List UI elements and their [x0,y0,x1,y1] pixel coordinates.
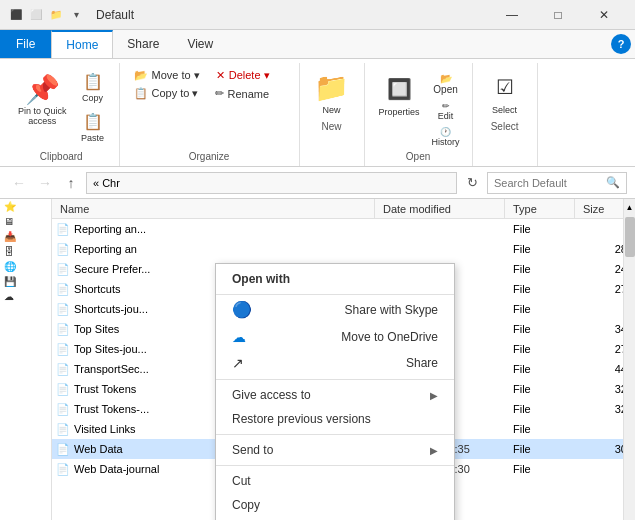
back-button[interactable]: ← [8,172,30,194]
title-bar-icons: ⬛ ⬜ 📁 ▾ [8,7,84,23]
tab-file[interactable]: File [0,30,51,58]
properties-button[interactable]: 🔲 Properties [373,67,426,121]
clipboard-buttons: 📌 Pin to Quickaccess 📋 Copy 📋 Paste [12,65,111,149]
rename-label: Rename [228,88,270,100]
give-access-label: Give access to [232,388,311,402]
select-button[interactable]: ☑ Select [481,65,529,119]
restore-versions-label: Restore previous versions [232,412,371,426]
paste-button[interactable]: 📋 Paste [75,107,111,145]
file-icon: 📄 [56,363,70,375]
onedrive-icon: ☁ [232,329,246,345]
maximize-button[interactable]: □ [535,0,581,30]
ctx-copy[interactable]: Copy [216,493,454,517]
sidebar-item-documents[interactable]: 🗄 [0,244,51,259]
copy-to-label: Copy to ▾ [152,87,199,100]
history-icon: 🕐 [440,127,451,137]
pin-quick-access-button[interactable]: 📌 Pin to Quickaccess [12,67,73,131]
title-icon-folder: 📁 [48,7,64,23]
forward-button[interactable]: → [34,172,56,194]
title-icon-2: ⬜ [28,7,44,23]
select-label: Select [492,105,517,115]
file-icon: 📄 [56,323,70,335]
copy-to-button[interactable]: 📋 Copy to ▾ [128,85,205,102]
ribbon-group-organize: 📂 Move to ▾ ✕ Delete ▾ 📋 Copy to ▾ ✏ Ren… [120,63,300,166]
search-box: 🔍 [487,172,627,194]
file-type: File [505,443,575,455]
ctx-cut[interactable]: Cut [216,469,454,493]
copy-button[interactable]: 📋 Copy [75,67,111,105]
refresh-button[interactable]: ↻ [461,172,483,194]
minimize-button[interactable]: — [489,0,535,30]
file-list-header: Name Date modified Type Size [52,199,635,219]
file-type: File [505,243,575,255]
send-to-label: Send to [232,443,273,457]
main-content: ⭐ 🖥 📥 🗄 🌐 💾 ☁ Name Date modified Type Si… [0,199,635,520]
sidebar-item-star[interactable]: ⭐ [0,199,51,214]
up-button[interactable]: ↑ [60,172,82,194]
col-name-header[interactable]: Name [52,199,375,218]
ctx-restore-versions[interactable]: Restore previous versions [216,407,454,431]
file-icon: 📄 [56,263,70,275]
file-icon: 📄 [56,243,70,255]
context-menu: Open with 🔵 Share with Skype ☁ Move to O… [215,263,455,520]
select-group-label: Select [491,119,519,134]
open-buttons: 🔲 Properties 📂 Open ✏ Edit 🕐 History [373,65,464,149]
ctx-give-access[interactable]: Give access to ▶ [216,383,454,407]
ribbon-group-new: 📁 New New [300,63,365,166]
ctx-move-onedrive[interactable]: ☁ Move to OneDrive [216,324,454,350]
file-type: File [505,263,575,275]
sidebar-item-cloud[interactable]: ☁ [0,289,51,304]
ctx-share-skype[interactable]: 🔵 Share with Skype [216,295,454,324]
file-type: File [505,343,575,355]
open-label: Open [406,149,430,164]
sidebar-item-network[interactable]: 🌐 [0,259,51,274]
tab-home[interactable]: Home [51,30,113,58]
context-menu-header: Open with [216,264,454,295]
tab-share[interactable]: Share [113,30,173,58]
scrollbar[interactable]: ▲ ▼ [623,199,635,520]
file-icon: 📄 [56,383,70,395]
rename-icon: ✏ [215,87,224,100]
history-button[interactable]: 🕐 History [428,125,464,149]
new-folder-button[interactable]: 📁 New [308,65,356,119]
file-list: Name Date modified Type Size 📄Reporting … [52,199,635,520]
copy-icon: 📋 [81,69,105,93]
open-icon: 📂 [440,73,452,84]
file-icon: 📄 [56,463,70,475]
edit-icon: ✏ [442,101,450,111]
move-to-button[interactable]: 📂 Move to ▾ [128,67,206,84]
ribbon-group-open: 🔲 Properties 📂 Open ✏ Edit 🕐 History Ope… [365,63,473,166]
move-to-label: Move to ▾ [152,69,200,82]
title-dropdown[interactable]: ▾ [68,7,84,23]
share-icon: ↗ [232,355,244,371]
table-row[interactable]: 📄Reporting an File 28 [52,239,635,259]
file-icon: 📄 [56,223,70,235]
file-name: 📄Reporting an... [52,223,375,236]
address-path[interactable]: « Chr [86,172,457,194]
ctx-send-to[interactable]: Send to ▶ [216,438,454,462]
close-button[interactable]: ✕ [581,0,627,30]
help-icon[interactable]: ? [611,34,631,54]
edit-button[interactable]: ✏ Edit [428,99,464,123]
new-label: New [322,119,342,134]
ribbon-group-select: ☑ Select Select [473,63,538,166]
delete-button[interactable]: ✕ Delete ▾ [210,67,276,84]
search-input[interactable] [494,177,602,189]
col-date-header[interactable]: Date modified [375,199,505,218]
col-type-header[interactable]: Type [505,199,575,218]
rename-button[interactable]: ✏ Rename [209,85,276,102]
scroll-up-button[interactable]: ▲ [624,199,636,215]
sidebar-item-desktop[interactable]: 🖥 [0,214,51,229]
scroll-thumb[interactable] [625,217,635,257]
move-icon: 📂 [134,69,148,82]
file-name: 📄Reporting an [52,243,375,256]
table-row[interactable]: 📄Reporting an... File [52,219,635,239]
file-icon: 📄 [56,343,70,355]
sidebar-item-downloads[interactable]: 📥 [0,229,51,244]
open-button[interactable]: 📂 Open [428,71,464,97]
tab-view[interactable]: View [173,30,227,58]
ctx-share[interactable]: ↗ Share [216,350,454,376]
window-title: Default [96,8,489,22]
file-type: File [505,463,575,475]
sidebar-item-drive[interactable]: 💾 [0,274,51,289]
